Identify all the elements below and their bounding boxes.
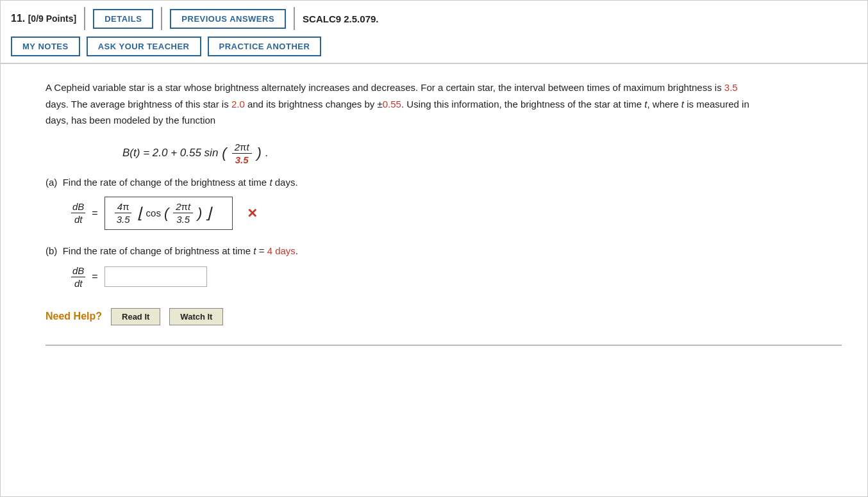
- part-a-answer-box: 4π 3.5 ⌊ cos ( 2πt 3.5 ) ⌋: [104, 197, 233, 230]
- need-help-label: Need Help?: [46, 311, 102, 322]
- avg-value: 2.0: [231, 99, 245, 110]
- equals-sign: =: [92, 208, 97, 219]
- part-b-dt-label: dt: [73, 277, 84, 289]
- db-label: dB: [71, 201, 85, 213]
- part-a-answer-row: dB dt = 4π 3.5 ⌊ cos ( 2πt 3.5: [71, 197, 842, 230]
- practice-another-button[interactable]: PRACTICE ANOTHER: [208, 37, 322, 56]
- separator-3: [294, 7, 295, 30]
- part-b-text: (b) Find the rate of change of brightnes…: [46, 245, 842, 256]
- part-a-label: (a) Find the rate of change of the brigh…: [46, 177, 842, 188]
- part-b-db-label: dB: [71, 265, 85, 277]
- question-number: 11. [0/9 Points]: [11, 13, 76, 24]
- separator-1: [84, 7, 85, 30]
- separator-2: [161, 7, 162, 30]
- part-b-value: 4 days: [267, 245, 296, 256]
- details-button[interactable]: DETAILS: [93, 9, 153, 29]
- watch-it-button[interactable]: Watch It: [169, 308, 223, 325]
- wrong-icon: ✕: [247, 206, 258, 221]
- need-help-section: Need Help? Read It Watch It: [46, 308, 842, 338]
- course-code: SCALC9 2.5.079.: [303, 13, 378, 24]
- change-value: 0.55: [383, 99, 401, 110]
- part-b-answer-input[interactable]: [104, 266, 207, 287]
- part-b-equals: =: [92, 271, 97, 282]
- ask-teacher-button[interactable]: ASK YOUR TEACHER: [87, 37, 201, 56]
- bottom-divider: [46, 345, 842, 346]
- dt-label: dt: [73, 213, 84, 225]
- formula-block: B(t) = 2.0 + 0.55 sin ( 2πt 3.5 ) .: [122, 142, 842, 165]
- previous-answers-button[interactable]: PREVIOUS ANSWERS: [170, 9, 286, 29]
- part-b-section: (b) Find the rate of change of brightnes…: [46, 245, 842, 289]
- problem-text: A Cepheid variable star is a star whose …: [46, 79, 751, 129]
- my-notes-button[interactable]: MY NOTES: [11, 37, 80, 56]
- part-b-answer-row: dB dt =: [71, 265, 842, 289]
- read-it-button[interactable]: Read It: [111, 308, 160, 325]
- days-value: 3.5: [724, 82, 738, 93]
